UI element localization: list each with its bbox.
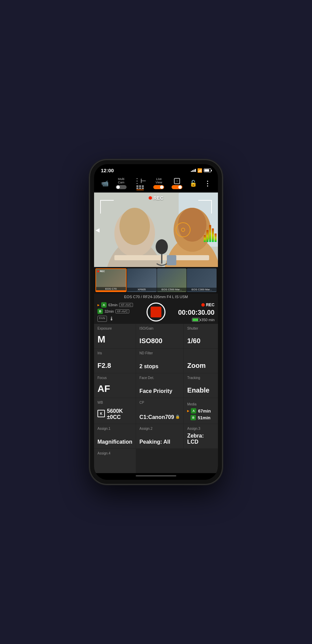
rec-timer: 00:00:30.00	[178, 309, 215, 316]
exposure-value: M	[97, 334, 132, 345]
focus-label: Focus	[97, 376, 132, 380]
rec-label: REC	[153, 195, 163, 201]
assign2-label: Assign.2	[139, 427, 180, 430]
exposure-label: Exposure	[97, 327, 132, 330]
liveview-button[interactable]: LiveView	[153, 178, 164, 189]
rec-live-dot	[201, 303, 205, 307]
assign3-cell[interactable]: Assign.3 Zebra: LCD	[184, 424, 218, 448]
cam-thumb-0[interactable]: REC EOS C70	[95, 268, 127, 292]
temp-icon: 🌡	[109, 316, 114, 322]
lock-button[interactable]: 🔓	[190, 180, 197, 187]
svg-rect-2	[142, 185, 144, 187]
iris-label: Iris	[97, 351, 132, 355]
wb-k-badge: K	[97, 410, 105, 417]
viewfinder[interactable]: REC ◀	[94, 193, 218, 267]
svg-rect-5	[142, 187, 144, 189]
touch-toggle[interactable]	[172, 185, 182, 189]
tracking-cell[interactable]: Tracking Enable	[184, 373, 218, 398]
rec-live-indicator: REC	[201, 303, 215, 307]
assign1-label: Assign.1	[97, 427, 132, 430]
focus-cell[interactable]: Focus AF	[94, 373, 136, 398]
liveview-label: LiveView	[156, 178, 162, 184]
phone-shell: 12:00 📶 📹 MultiCam	[90, 160, 222, 484]
wifi-icon: 📶	[197, 168, 202, 173]
slot-b-codec: XF-AVC	[115, 309, 129, 313]
rec-center	[147, 303, 165, 321]
slot-a-codec: XF-AVC	[119, 303, 133, 307]
shutter-label: Shutter	[187, 327, 215, 330]
cam-thumb-label-2: EOS C500 Mar...	[157, 288, 187, 291]
assign4-cell[interactable]: Assign.4	[94, 449, 136, 473]
svg-rect-20	[167, 255, 176, 265]
rec-live-label: REC	[206, 303, 215, 307]
multicam-button[interactable]: MultiCam	[116, 178, 127, 189]
camera-button[interactable]: 📹	[101, 180, 109, 187]
liveview-toggle[interactable]	[153, 185, 164, 189]
grid-icon-svg	[136, 185, 144, 190]
cp-cell[interactable]: CP C1:Canon709 🔒	[136, 398, 183, 424]
wb-cell[interactable]: WB K 5600K±0CC	[94, 398, 136, 424]
cam-thumb-label-1: XF605	[127, 288, 157, 291]
battery-row: 350 min	[192, 318, 215, 322]
touch-button[interactable]: ☞	[172, 178, 182, 189]
media-slot-b-row: B 51min	[187, 415, 215, 420]
assign1-cell[interactable]: Assign.1 Magnification	[94, 424, 136, 448]
lock-icon: 🔓	[190, 180, 197, 187]
cam-thumb-3[interactable]: EOS C300 Mar...	[187, 268, 217, 292]
media-cell[interactable]: Media ▶ A 67min B 51min	[184, 398, 218, 424]
rec-slots: ▶ A 63min XF-AVC B 32min XF-AVC FAN 🌡	[97, 302, 144, 322]
fan-icon: FAN	[97, 316, 107, 322]
svg-text:☞: ☞	[175, 179, 178, 183]
assign3-value: Zebra: LCD	[187, 433, 215, 445]
rec-slot-a: ▶ A 63min XF-AVC	[97, 302, 144, 308]
cam-thumb-2[interactable]: EOS C500 Mar...	[157, 268, 187, 292]
grid-icon: ⋮⊢	[134, 177, 146, 185]
face-det-cell[interactable]: Face Det. Face Priority	[136, 373, 183, 398]
svg-point-13	[119, 208, 150, 245]
media-slots: ▶ A 67min B 51min	[187, 408, 215, 420]
nd-filter-cell[interactable]: ND Filter 2 stops	[136, 349, 183, 373]
more-button[interactable]: ⋮	[204, 179, 211, 187]
multicam-toggle[interactable]	[116, 185, 127, 189]
assign2-value: Peaking: All	[139, 439, 180, 445]
home-indicator	[94, 473, 218, 480]
svg-point-18	[156, 239, 168, 254]
zoom-value: Zoom	[187, 362, 215, 370]
svg-rect-4	[139, 187, 141, 189]
cam-thumb-rec-0: REC	[97, 270, 105, 272]
iso-cell[interactable]: ISO/Gain ISO800	[136, 324, 183, 348]
battery-status-icon	[204, 169, 211, 172]
rec-dot	[149, 196, 152, 200]
more-icon: ⋮	[204, 179, 211, 187]
media-slot-a-row: ▶ A 67min	[187, 408, 215, 414]
slot-a-play-icon: ▶	[97, 304, 99, 307]
toolbar: 📹 MultiCam ⋮⊢	[94, 175, 218, 193]
cam-thumb-1[interactable]: XF605	[127, 268, 157, 292]
media-slot-a-badge: A	[191, 408, 196, 414]
media-slot-b-time: 51min	[198, 415, 210, 420]
iso-value: ISO800	[139, 337, 180, 345]
status-icons: 📶	[191, 168, 211, 173]
assign2-cell[interactable]: Assign.2 Peaking: All	[136, 424, 183, 448]
rec-button[interactable]	[147, 303, 165, 321]
tracking-value: Enable	[187, 386, 215, 394]
left-arrow[interactable]: ◀	[95, 227, 99, 233]
control-grid: Exposure M ISO/Gain ISO800 Shutter 1/60 …	[94, 324, 218, 473]
camera-icon: 📹	[101, 180, 109, 187]
shutter-cell[interactable]: Shutter 1/60	[184, 324, 218, 348]
iris-cell[interactable]: Iris F2.8	[94, 349, 136, 373]
focus-bracket-tl	[100, 200, 114, 214]
svg-rect-6	[136, 190, 144, 190]
audio-bars	[204, 215, 217, 242]
af-circle	[176, 222, 191, 237]
exposure-cell[interactable]: Exposure M	[94, 324, 136, 348]
assign4-label: Assign.4	[97, 451, 132, 455]
cam-thumb-label-3: EOS C300 Mar...	[187, 288, 217, 291]
wb-content: K 5600K±0CC	[97, 407, 132, 420]
nd-filter-label: ND Filter	[139, 351, 180, 355]
grid-button[interactable]: ⋮⊢	[134, 177, 146, 190]
wb-label: WB	[97, 401, 132, 404]
zoom-cell[interactable]: Zoom	[184, 349, 218, 373]
battery-time: 350 min	[201, 318, 215, 322]
cp-label: CP	[139, 401, 180, 404]
